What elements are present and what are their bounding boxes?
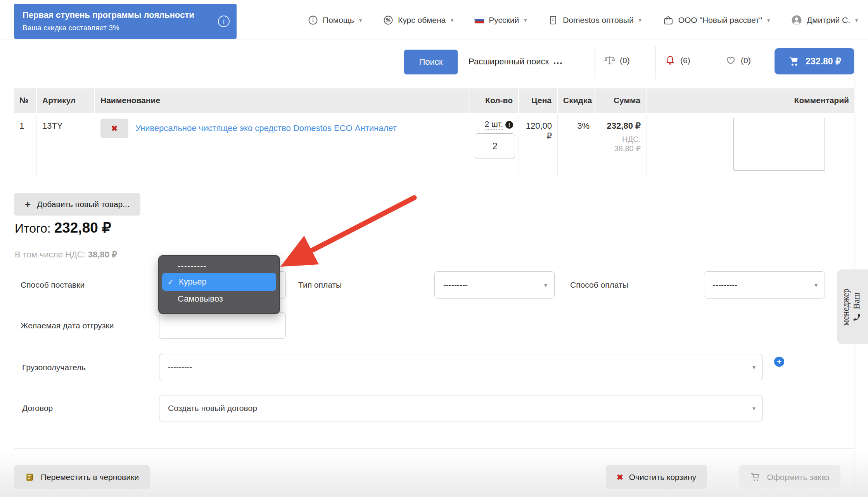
col-header-sku: Артикул: [37, 88, 95, 113]
favorites-counter[interactable]: (0): [724, 54, 751, 67]
contract-label: Договор: [22, 404, 53, 413]
notifications-count: (6): [680, 56, 690, 65]
compare-count: (0): [620, 56, 630, 65]
move-to-drafts-button[interactable]: Переместить в черновики: [14, 465, 150, 489]
payment-type-value: ---------: [443, 280, 468, 290]
col-header-qty: Кол-во: [469, 88, 519, 113]
chevron-down-icon: ▾: [359, 17, 362, 23]
row-qty-cell: 2 шт. !: [469, 114, 519, 177]
vat-label: В том числе НДС:: [15, 250, 86, 259]
contract-select[interactable]: Создать новый договор ▾: [159, 395, 763, 421]
col-header-price: Цена: [519, 88, 558, 113]
divider: [717, 46, 717, 79]
search-button[interactable]: Поиск: [404, 50, 458, 74]
nav-help[interactable]: Помощь ▾: [308, 15, 362, 26]
payment-method-value: ---------: [713, 280, 737, 290]
check-icon: ✓: [168, 278, 174, 286]
close-icon: ✖: [617, 473, 623, 482]
manager-tab[interactable]: Ваш менеджер: [837, 269, 868, 344]
nav-user-label: Дмитрий С.: [807, 16, 850, 25]
col-header-num: №: [14, 88, 37, 113]
nav-language-label: Русский: [489, 16, 519, 25]
row-comment-cell: [647, 114, 854, 177]
nav-price-list[interactable]: Domestos оптовый ▾: [548, 15, 641, 26]
clear-cart-button[interactable]: ✖ Очистить корзину: [606, 465, 707, 489]
favorites-count: (0): [741, 56, 751, 65]
checkout-label: Оформить заказ: [767, 473, 830, 482]
consignee-select[interactable]: --------- ▾: [159, 354, 763, 380]
divider: [595, 46, 595, 79]
scales-icon: [603, 54, 616, 67]
total-label: Итого:: [15, 221, 51, 235]
dropdown-option-courier[interactable]: ✓ Курьер: [162, 273, 276, 291]
dropdown-option-pickup[interactable]: Самовывоз: [162, 291, 276, 307]
chevron-down-icon: ▾: [524, 17, 527, 23]
cart-icon: [750, 472, 761, 483]
quantity-input[interactable]: [475, 133, 515, 159]
briefcase-icon: [662, 14, 674, 26]
row-sum-cell: 232,80 ₽ НДС: 38,80 ₽: [595, 114, 647, 177]
payment-type-select[interactable]: --------- ▾: [434, 271, 555, 299]
annotation-arrow: [0, 0, 868, 497]
manager-tab-line1: Ваш: [852, 292, 862, 321]
nav-exchange-rate[interactable]: Курс обмена ▾: [383, 15, 453, 26]
dropdown-option-empty[interactable]: ---------: [162, 259, 276, 273]
percent-icon: [383, 15, 394, 26]
phone-icon: [852, 313, 861, 321]
add-product-button[interactable]: + Добавить новый товар...: [14, 193, 140, 216]
add-consignee-button[interactable]: +: [774, 357, 784, 367]
chevron-down-icon: ▾: [855, 17, 858, 23]
row-num: 1: [14, 114, 37, 177]
vat-value: 38,80 ₽: [88, 250, 117, 259]
notifications-counter[interactable]: (6): [664, 54, 690, 67]
nav-exchange-label: Курс обмена: [398, 16, 446, 25]
info-icon[interactable]: i: [218, 16, 230, 27]
row-price: 120,00 ₽: [519, 114, 558, 177]
nav-language[interactable]: Русский ▾: [474, 16, 527, 25]
ship-date-label: Желаемая дата отгрузки: [21, 321, 114, 330]
table-header-row: № Артикул Наименование Кол-во Цена Скидк…: [14, 88, 854, 113]
compare-counter[interactable]: (0): [603, 54, 630, 67]
add-product-label: Добавить новый товар...: [37, 200, 130, 209]
plus-icon: +: [25, 198, 31, 211]
chevron-down-icon: ▾: [451, 17, 453, 23]
top-bar: Первая ступень программы лояльности Ваша…: [0, 0, 868, 40]
row-sku: 13TY: [37, 114, 95, 177]
cart-icon: [788, 55, 800, 67]
manager-word-2: менеджер: [841, 288, 851, 326]
delivery-dropdown-popup: --------- ✓ Курьер Самовывоз: [158, 255, 280, 314]
loyalty-banner: Первая ступень программы лояльности Ваша…: [14, 4, 237, 39]
cart-button[interactable]: 232.80 ₽: [775, 48, 854, 74]
top-nav: Помощь ▾ Курс обмена ▾ Русский ▾ Domesto…: [308, 0, 858, 40]
ship-date-input[interactable]: [159, 312, 286, 339]
qty-text[interactable]: 2 шт.: [485, 119, 503, 130]
manager-tab-line2: менеджер: [841, 288, 851, 326]
document-icon: [548, 15, 558, 26]
row-total: 232,80 ₽: [601, 114, 641, 131]
cart-table: № Артикул Наименование Кол-во Цена Скидк…: [14, 88, 854, 177]
chevron-down-icon: ▾: [544, 281, 547, 289]
remove-item-button[interactable]: ✖: [100, 119, 128, 138]
divider: [655, 46, 656, 79]
consignee-label: Грузополучатель: [22, 363, 86, 372]
order-total: Итого: 232,80 ₽: [15, 219, 111, 236]
payment-method-select[interactable]: --------- ▾: [704, 271, 825, 299]
nav-user[interactable]: Дмитрий С. ▾: [791, 14, 858, 26]
col-header-discount: Скидка: [558, 88, 595, 113]
col-header-name: Наименование: [95, 88, 469, 113]
checkout-button[interactable]: Оформить заказ: [739, 465, 840, 489]
product-link[interactable]: Универсальное чистящее эко средство Dome…: [135, 123, 397, 133]
more-dots-icon: •••: [553, 57, 563, 66]
vat-total: В том числе НДС: 38,80 ₽: [15, 250, 117, 260]
advanced-search-link[interactable]: Расширенный поиск •••: [469, 57, 563, 67]
consignee-value: ---------: [168, 362, 192, 372]
russian-flag-icon: [474, 17, 484, 24]
drafts-book-icon: [25, 472, 35, 482]
comment-textarea[interactable]: [733, 118, 825, 171]
heart-icon: [724, 54, 737, 67]
table-row: 1 13TY ✖ Универсальное чистящее эко сред…: [14, 114, 854, 177]
row-vat: НДС: 38,80 ₽: [601, 135, 641, 153]
nav-company[interactable]: ООО "Новый рассвет" ▾: [662, 14, 770, 26]
info-icon: [308, 15, 318, 26]
stock-info-icon[interactable]: !: [505, 121, 513, 129]
